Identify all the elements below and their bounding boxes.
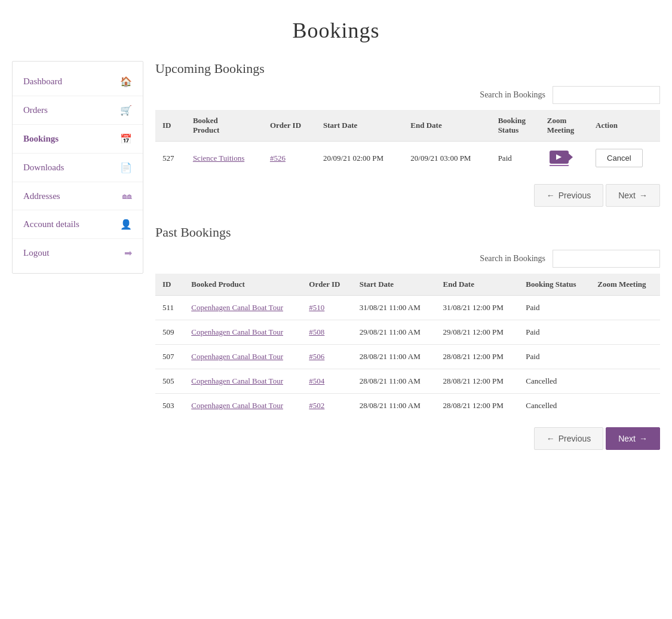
past-cell-zoom <box>590 296 660 320</box>
past-col-id: ID <box>155 274 184 296</box>
upcoming-col-zoom-meeting: ZoomMeeting <box>540 110 588 142</box>
upcoming-pagination: Previous Next <box>155 184 660 207</box>
past-cell-status: Paid <box>518 320 590 345</box>
past-col-booking-status: Booking Status <box>518 274 590 296</box>
sidebar-item-icon-downloads: 📄 <box>120 162 132 173</box>
past-cell-id: 509 <box>155 320 184 345</box>
upcoming-cell-action[interactable]: Cancel <box>588 142 660 175</box>
upcoming-previous-label: Previous <box>559 191 591 200</box>
upcoming-search-input[interactable] <box>553 86 660 104</box>
sidebar-item-label-bookings: Bookings <box>23 134 59 144</box>
upcoming-cell-end-date: 20/09/21 03:00 PM <box>403 142 490 175</box>
past-cell-zoom <box>590 345 660 369</box>
past-cell-start-date: 29/08/21 11:00 AM <box>352 320 436 345</box>
sidebar-item-icon-addresses: 🏘 <box>122 191 132 201</box>
upcoming-table-body: 527Science Tuitions#52620/09/21 02:00 PM… <box>155 142 660 175</box>
past-previous-button[interactable]: Previous <box>534 427 603 450</box>
sidebar-item-account-details[interactable]: Account details👤 <box>13 210 143 239</box>
past-cell-order-id-link[interactable]: #506 <box>309 352 324 361</box>
past-cell-product[interactable]: Copenhagen Canal Boat Tour <box>184 320 302 345</box>
upcoming-cell-product-link[interactable]: Science Tuitions <box>193 154 244 163</box>
past-col-order-id: Order ID <box>302 274 352 296</box>
past-cell-product[interactable]: Copenhagen Canal Boat Tour <box>184 345 302 369</box>
upcoming-next-button[interactable]: Next <box>606 184 660 207</box>
upcoming-col-start-date: Start Date <box>316 110 403 142</box>
past-table-row: 509Copenhagen Canal Boat Tour#50829/08/2… <box>155 320 660 345</box>
sidebar-item-label-account-details: Account details <box>23 219 79 229</box>
sidebar-item-icon-dashboard: 🏠 <box>120 76 132 87</box>
past-bookings-section: Past Bookings Search in Bookings ID Book… <box>155 225 660 450</box>
past-cell-order-id-link[interactable]: #510 <box>309 303 324 312</box>
past-cell-status: Cancelled <box>518 394 590 418</box>
past-cell-order-id[interactable]: #510 <box>302 296 352 320</box>
past-search-input[interactable] <box>553 250 660 268</box>
past-previous-label: Previous <box>559 434 591 443</box>
past-cell-order-id-link[interactable]: #502 <box>309 401 324 410</box>
past-cell-product-link[interactable]: Copenhagen Canal Boat Tour <box>191 376 283 385</box>
upcoming-cell-zoom[interactable]: ▶ <box>540 142 588 175</box>
upcoming-table-header: ID BookedProduct Order ID Start Date End… <box>155 110 660 142</box>
cancel-booking-button[interactable]: Cancel <box>596 149 642 167</box>
sidebar-item-bookings[interactable]: Bookings📅 <box>13 125 143 154</box>
main-content: Upcoming Bookings Search in Bookings ID … <box>155 61 660 468</box>
sidebar-item-addresses[interactable]: Addresses🏘 <box>13 182 143 210</box>
past-table-row: 511Copenhagen Canal Boat Tour#51031/08/2… <box>155 296 660 320</box>
past-cell-end-date: 28/08/21 12:00 PM <box>436 345 519 369</box>
past-table-row: 507Copenhagen Canal Boat Tour#50628/08/2… <box>155 345 660 369</box>
past-cell-product-link[interactable]: Copenhagen Canal Boat Tour <box>191 327 283 336</box>
past-cell-product-link[interactable]: Copenhagen Canal Boat Tour <box>191 303 283 312</box>
past-table-row: 505Copenhagen Canal Boat Tour#50428/08/2… <box>155 369 660 394</box>
upcoming-cell-product[interactable]: Science Tuitions <box>186 142 263 175</box>
past-cell-order-id[interactable]: #508 <box>302 320 352 345</box>
past-table-row: 503Copenhagen Canal Boat Tour#50228/08/2… <box>155 394 660 418</box>
past-cell-product[interactable]: Copenhagen Canal Boat Tour <box>184 296 302 320</box>
sidebar-item-icon-orders: 🛒 <box>120 105 132 116</box>
sidebar-item-downloads[interactable]: Downloads📄 <box>13 154 143 182</box>
past-next-arrow-icon <box>639 434 648 443</box>
sidebar-item-dashboard[interactable]: Dashboard🏠 <box>13 68 143 96</box>
past-cell-order-id-link[interactable]: #508 <box>309 327 324 336</box>
upcoming-cell-order-id-link[interactable]: #526 <box>270 154 286 163</box>
past-cell-id: 505 <box>155 369 184 394</box>
sidebar-item-orders[interactable]: Orders🛒 <box>13 96 143 125</box>
zoom-meeting-icon[interactable]: ▶ <box>550 151 569 164</box>
past-col-end-date: End Date <box>436 274 519 296</box>
upcoming-search-label: Search in Bookings <box>480 90 545 100</box>
past-cell-end-date: 29/08/21 12:00 PM <box>436 320 519 345</box>
sidebar-item-icon-bookings: 📅 <box>120 133 132 145</box>
past-cell-product-link[interactable]: Copenhagen Canal Boat Tour <box>191 352 283 361</box>
upcoming-bookings-table: ID BookedProduct Order ID Start Date End… <box>155 110 660 174</box>
past-col-booked-product: Booked Product <box>184 274 302 296</box>
past-cell-product[interactable]: Copenhagen Canal Boat Tour <box>184 369 302 394</box>
past-cell-order-id[interactable]: #506 <box>302 345 352 369</box>
page-title: Bookings <box>0 0 672 55</box>
previous-arrow-icon <box>547 191 555 200</box>
sidebar-item-logout[interactable]: Logout➡ <box>13 239 143 267</box>
sidebar: Dashboard🏠Orders🛒Bookings📅Downloads📄Addr… <box>12 61 143 274</box>
past-bookings-table: ID Booked Product Order ID Start Date En… <box>155 274 660 418</box>
past-cell-product-link[interactable]: Copenhagen Canal Boat Tour <box>191 401 283 410</box>
upcoming-col-order-id: Order ID <box>263 110 316 142</box>
upcoming-col-id: ID <box>155 110 186 142</box>
upcoming-search-row: Search in Bookings <box>155 86 660 104</box>
sidebar-item-label-downloads: Downloads <box>23 163 64 173</box>
past-cell-zoom <box>590 394 660 418</box>
past-col-start-date: Start Date <box>352 274 436 296</box>
past-cell-order-id[interactable]: #504 <box>302 369 352 394</box>
past-cell-id: 511 <box>155 296 184 320</box>
upcoming-cell-id: 527 <box>155 142 186 175</box>
past-col-zoom-meeting: Zoom Meeting <box>590 274 660 296</box>
past-pagination: Previous Next <box>155 427 660 450</box>
past-cell-product[interactable]: Copenhagen Canal Boat Tour <box>184 394 302 418</box>
past-cell-order-id[interactable]: #502 <box>302 394 352 418</box>
past-next-button[interactable]: Next <box>606 427 660 450</box>
upcoming-cell-order-id[interactable]: #526 <box>263 142 316 175</box>
past-search-row: Search in Bookings <box>155 250 660 268</box>
upcoming-col-end-date: End Date <box>403 110 490 142</box>
past-next-label: Next <box>618 434 636 443</box>
sidebar-item-label-dashboard: Dashboard <box>23 76 62 87</box>
sidebar-item-label-orders: Orders <box>23 105 48 115</box>
past-cell-order-id-link[interactable]: #504 <box>309 376 324 385</box>
upcoming-previous-button[interactable]: Previous <box>534 184 603 207</box>
upcoming-next-label: Next <box>618 191 636 200</box>
